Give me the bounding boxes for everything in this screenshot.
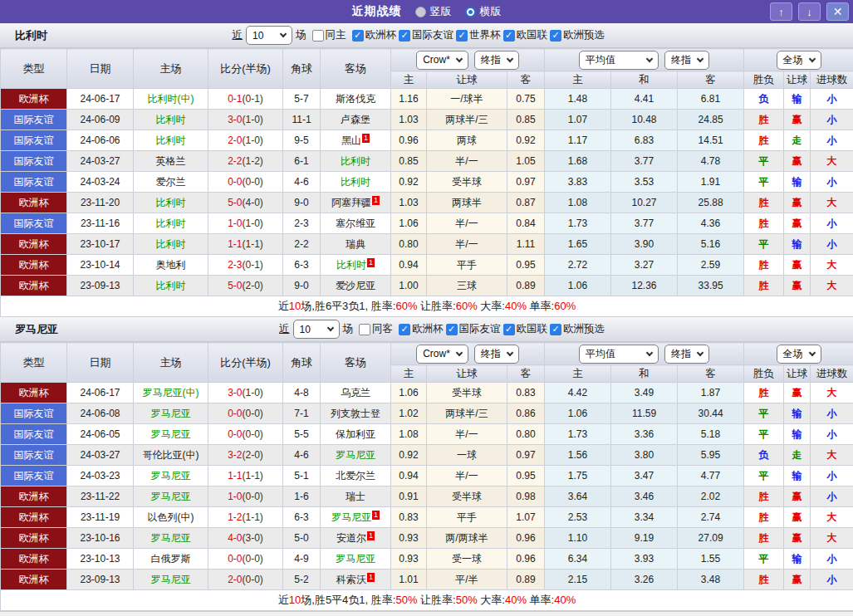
league-checkbox[interactable]: ✓欧洲预选 bbox=[550, 322, 605, 336]
checkbox-checked-icon[interactable]: ✓ bbox=[399, 324, 410, 335]
result-handicap: 赢 bbox=[784, 276, 811, 296]
average-group-header: 平均值 终指 bbox=[545, 49, 744, 71]
average-select[interactable]: 平均值 bbox=[579, 51, 659, 70]
checkbox-checked-icon[interactable]: ✓ bbox=[503, 30, 515, 42]
crow-handicap: 两球半 bbox=[427, 193, 507, 213]
scope-select[interactable]: 全场 bbox=[777, 345, 821, 364]
away-team-cell: 比利时 bbox=[321, 172, 391, 193]
score-cell: 1-1(1-1) bbox=[208, 234, 283, 255]
half-score: (1-1) bbox=[243, 470, 263, 482]
chevron-down-icon bbox=[280, 31, 287, 37]
league-type-cell: 国际友谊 bbox=[1, 445, 67, 466]
away-team-cell: 乌克兰 bbox=[321, 383, 391, 403]
final-odds-select[interactable]: 终指 bbox=[474, 51, 519, 70]
recent-link[interactable]: 近 bbox=[279, 322, 290, 336]
scope-select[interactable]: 全场 bbox=[777, 51, 821, 70]
chevron-down-icon bbox=[697, 55, 703, 61]
full-score: 2-3 bbox=[228, 259, 242, 271]
checkbox-unchecked-icon[interactable] bbox=[359, 324, 370, 335]
avg-draw-odds: 10.48 bbox=[611, 110, 678, 130]
checkbox-checked-icon[interactable]: ✓ bbox=[550, 324, 561, 335]
league-checkbox[interactable]: ✓欧洲杯 bbox=[352, 28, 397, 42]
scroll-down-button[interactable]: ↓ bbox=[798, 2, 821, 21]
crow-home-odds: 1.02 bbox=[391, 403, 427, 424]
checkbox-checked-icon[interactable]: ✓ bbox=[456, 30, 468, 42]
avg-away-odds: 30.44 bbox=[678, 403, 744, 424]
result-winlose: 平 bbox=[744, 172, 784, 193]
corner-cell: 6-3 bbox=[283, 507, 321, 528]
league-checkbox[interactable]: ✓世界杯 bbox=[456, 28, 501, 42]
radio-selected-icon[interactable] bbox=[465, 7, 476, 17]
crow-home-odds: 1.08 bbox=[391, 424, 427, 445]
checkbox-unchecked-icon[interactable] bbox=[312, 30, 324, 42]
result-goals: 大 bbox=[811, 255, 853, 276]
final-odds-select-2[interactable]: 终指 bbox=[664, 51, 709, 70]
sub-header: 让球 bbox=[427, 365, 507, 383]
match-row: 国际友谊 24-06-06 比利时 2-0(1-0) 9-5 黑山1 0.96 … bbox=[1, 130, 853, 151]
half-score: (1-0) bbox=[243, 134, 263, 146]
league-checkbox[interactable]: ✓欧洲预选 bbox=[550, 28, 605, 42]
result-handicap: 赢 bbox=[784, 151, 811, 172]
bookmaker-select[interactable]: Crow* bbox=[416, 345, 468, 364]
league-checkbox[interactable]: ✓国际友谊 bbox=[446, 322, 501, 336]
match-count-select[interactable]: 10 bbox=[246, 26, 292, 45]
avg-home-odds: 2.72 bbox=[545, 255, 611, 276]
result-handicap: 赢 bbox=[784, 110, 811, 130]
average-select[interactable]: 平均值 bbox=[579, 345, 659, 364]
checkbox-checked-icon[interactable]: ✓ bbox=[503, 324, 515, 335]
summary-segment: 单率: bbox=[527, 300, 554, 312]
team-name: 比利时 bbox=[15, 28, 47, 43]
league-type-cell: 欧洲杯 bbox=[1, 383, 67, 403]
crow-handicap: 一球 bbox=[427, 445, 507, 466]
home-team-cell: 比利时 bbox=[134, 110, 208, 130]
match-count-select[interactable]: 10 bbox=[293, 320, 340, 339]
date-cell: 23-09-13 bbox=[67, 570, 134, 590]
scroll-up-button[interactable]: ↑ bbox=[770, 2, 792, 21]
date-cell: 24-06-17 bbox=[67, 383, 134, 403]
checkbox-checked-icon[interactable]: ✓ bbox=[399, 30, 410, 42]
same-venue-filter[interactable]: 同主 bbox=[312, 28, 346, 42]
result-goals: 小 bbox=[811, 486, 853, 507]
close-button[interactable]: ✕ bbox=[826, 2, 849, 21]
radio-unselected-icon[interactable] bbox=[415, 7, 426, 17]
team-name: 罗马尼亚 bbox=[15, 322, 58, 337]
rank-badge: 1 bbox=[367, 531, 375, 540]
final-odds-select-2[interactable]: 终指 bbox=[664, 345, 709, 364]
away-team-cell: 罗马尼亚 bbox=[321, 445, 391, 466]
full-score: 1-0 bbox=[228, 218, 242, 229]
final-odds-select[interactable]: 终指 bbox=[474, 345, 519, 364]
bookmaker-select[interactable]: Crow* bbox=[416, 51, 468, 70]
home-team-cell: 哥伦比亚(中) bbox=[134, 445, 208, 466]
checkbox-checked-icon[interactable]: ✓ bbox=[550, 30, 561, 42]
result-winlose: 胜 bbox=[744, 507, 784, 528]
layout-radio-horizontal[interactable]: 横版 bbox=[465, 4, 502, 19]
crow-home-odds: 0.92 bbox=[391, 172, 427, 193]
rank-badge: 1 bbox=[367, 573, 375, 582]
checkbox-checked-icon[interactable]: ✓ bbox=[446, 324, 458, 335]
away-team-cell: 比利时1 bbox=[321, 255, 391, 276]
result-winlose: 平 bbox=[744, 403, 784, 424]
date-cell: 24-06-09 bbox=[67, 110, 134, 130]
chevron-down-icon bbox=[507, 55, 513, 61]
avg-away-odds: 4.36 bbox=[678, 213, 744, 234]
result-winlose: 胜 bbox=[744, 130, 784, 151]
league-type-cell: 欧洲杯 bbox=[1, 528, 67, 549]
away-team-cell: 黑山1 bbox=[321, 130, 391, 151]
league-checkbox[interactable]: ✓欧国联 bbox=[503, 322, 548, 336]
same-venue-filter[interactable]: 同客 bbox=[359, 322, 393, 336]
match-row: 欧洲杯 23-09-13 罗马尼亚 2-0(0-0) 5-2 科索沃1 1.01… bbox=[1, 570, 853, 590]
col-header-away: 客场 bbox=[321, 343, 391, 383]
result-handicap: 赢 bbox=[784, 486, 811, 507]
league-checkbox[interactable]: ✓欧国联 bbox=[503, 28, 548, 42]
avg-away-odds: 1.55 bbox=[678, 549, 744, 570]
league-checkbox[interactable]: ✓欧洲杯 bbox=[399, 322, 444, 336]
result-goals: 小 bbox=[811, 424, 853, 445]
checkbox-checked-icon[interactable]: ✓ bbox=[352, 30, 364, 42]
recent-link[interactable]: 近 bbox=[233, 28, 243, 42]
chevron-down-icon bbox=[808, 55, 815, 61]
league-checkbox[interactable]: ✓国际友谊 bbox=[399, 28, 453, 42]
match-row: 欧洲杯 23-11-20 比利时 5-0(4-0) 9-0 阿塞拜疆1 1.03… bbox=[1, 193, 853, 213]
half-score: (2-0) bbox=[243, 280, 263, 291]
avg-away-odds: 5.16 bbox=[678, 234, 744, 255]
layout-radio-vertical[interactable]: 竖版 bbox=[415, 4, 452, 19]
